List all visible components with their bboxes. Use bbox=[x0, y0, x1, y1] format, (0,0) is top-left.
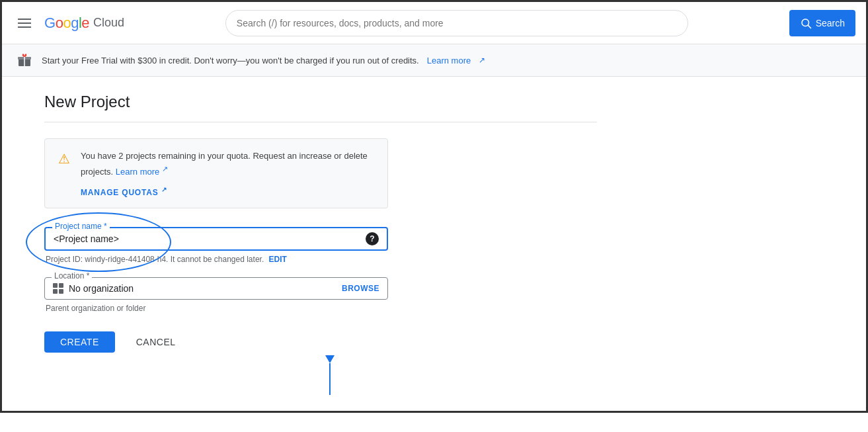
g-letter-blue: G bbox=[44, 15, 56, 31]
promo-text: Start your Free Trial with $300 in credi… bbox=[42, 56, 419, 65]
warning-icon: ⚠ bbox=[58, 151, 70, 167]
search-button[interactable]: Search bbox=[789, 10, 855, 36]
location-value: No organization bbox=[69, 283, 335, 294]
project-name-label: Project name * bbox=[52, 222, 110, 231]
main-wrapper: New Project ⚠ You have 2 projects remain… bbox=[2, 77, 866, 411]
promo-learn-more-link[interactable]: Learn more bbox=[427, 56, 471, 65]
project-name-input[interactable] bbox=[54, 234, 360, 244]
google-cloud-logo[interactable]: Google Cloud bbox=[44, 15, 124, 32]
external-link-icon2: ↗ bbox=[162, 165, 168, 173]
project-name-help-icon[interactable]: ? bbox=[366, 232, 379, 245]
o-letter-red: o bbox=[56, 15, 63, 31]
search-icon bbox=[800, 17, 812, 29]
location-field-wrapper: Location * No organization BROWSE bbox=[44, 277, 388, 300]
search-input[interactable] bbox=[237, 18, 677, 28]
cancel-button[interactable]: CANCEL bbox=[126, 331, 186, 353]
g-letter-blue2: g bbox=[71, 15, 79, 31]
o-letter-yellow: o bbox=[63, 15, 71, 31]
top-navigation: Google Cloud Search bbox=[2, 2, 866, 44]
quota-warning-box: ⚠ You have 2 projects remaining in your … bbox=[44, 138, 388, 208]
quota-text: You have 2 projects remaining in your qu… bbox=[81, 150, 374, 179]
e-letter-red: e bbox=[81, 15, 89, 31]
quota-learn-more-link[interactable]: Learn more bbox=[116, 167, 159, 177]
svg-line-1 bbox=[808, 25, 810, 28]
search-button-label: Search bbox=[816, 18, 845, 28]
buttons-row: CREATE CANCEL bbox=[44, 331, 597, 353]
project-id-text: Project ID: windy-ridge-441408-h4. It ca… bbox=[44, 255, 388, 264]
hamburger-menu-button[interactable] bbox=[13, 13, 36, 33]
search-bar-container bbox=[225, 10, 688, 36]
cloud-logo-text: Cloud bbox=[93, 16, 124, 30]
external-link-icon: ↗ bbox=[479, 56, 485, 65]
promo-banner: Start your Free Trial with $300 in credi… bbox=[2, 44, 866, 77]
project-name-field-wrapper: Project name * ? bbox=[44, 227, 388, 251]
quota-content: You have 2 projects remaining in your qu… bbox=[81, 150, 374, 197]
manage-quotas-link[interactable]: MANAGE QUOTAS ↗ bbox=[81, 186, 167, 197]
browse-link[interactable]: BROWSE bbox=[342, 284, 379, 293]
arrow-head bbox=[325, 355, 335, 363]
create-button[interactable]: CREATE bbox=[44, 331, 115, 353]
project-id-edit-link[interactable]: EDIT bbox=[269, 255, 287, 264]
google-logo-text: Google bbox=[44, 15, 89, 32]
main-content: New Project ⚠ You have 2 projects remain… bbox=[23, 77, 618, 411]
location-label: Location * bbox=[52, 271, 92, 281]
project-name-group: Project name * ? Project ID: windy-ridge… bbox=[44, 227, 388, 264]
page-title: New Project bbox=[44, 93, 597, 122]
location-group: Location * No organization BROWSE Parent… bbox=[44, 277, 388, 313]
arrow-annotation bbox=[63, 355, 597, 395]
arrow-line bbox=[329, 363, 331, 395]
organization-icon bbox=[53, 283, 63, 294]
search-bar bbox=[225, 10, 688, 36]
external-link-icon3: ↗ bbox=[161, 186, 167, 193]
parent-org-text: Parent organization or folder bbox=[44, 304, 388, 313]
gift-icon bbox=[15, 51, 34, 69]
